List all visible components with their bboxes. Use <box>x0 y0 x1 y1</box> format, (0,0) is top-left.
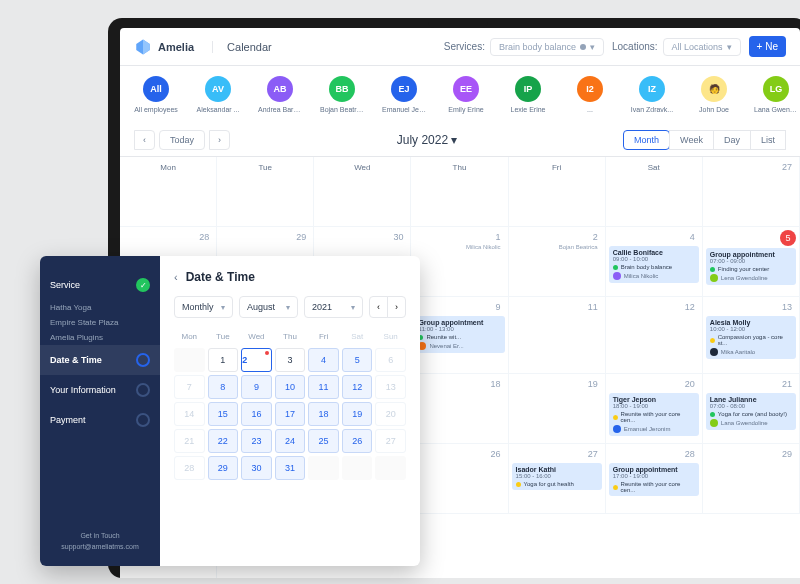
booking-panel: ‹ Date & Time Monthly▾ August▾ 2021▾ ‹ ›… <box>160 256 420 566</box>
event-card[interactable]: Lane Julianne 07:00 - 08:00 Yoga for cor… <box>706 393 796 430</box>
event-card[interactable]: Group appointment 17:00 - 19:00 Reunite … <box>609 463 699 496</box>
mini-cal-day[interactable]: 29 <box>208 456 239 480</box>
day-number: 27 <box>706 160 796 174</box>
calendar-cell[interactable]: 4 Callie Boniface 09:00 - 10:00 Brain bo… <box>606 227 703 297</box>
employee-chip[interactable]: EJEmanuel Jeronim <box>382 76 426 114</box>
mini-cal-day[interactable]: 12 <box>342 375 373 399</box>
mini-cal-head: Sun <box>375 328 406 345</box>
mini-cal-day[interactable]: 3 <box>275 348 306 372</box>
mini-cal-day[interactable]: 9 <box>241 375 272 399</box>
current-month-label[interactable]: July 2022 ▾ <box>397 133 458 147</box>
mini-cal-day[interactable]: 8 <box>208 375 239 399</box>
employee-chip[interactable]: AllAll employees <box>134 76 178 114</box>
employee-chip[interactable]: I2... <box>568 76 612 114</box>
view-week[interactable]: Week <box>669 130 714 150</box>
calendar-cell[interactable]: 9 Group appointment 11:00 - 13:00 Reunit… <box>411 297 508 374</box>
day-number: 5 <box>780 230 796 246</box>
mini-cal-day[interactable]: 25 <box>308 429 339 453</box>
calendar-cell[interactable]: 27 <box>703 157 800 227</box>
employee-chip[interactable]: 🧑John Doe <box>692 76 736 114</box>
mini-cal-day[interactable]: 30 <box>241 456 272 480</box>
mini-cal-day[interactable]: 17 <box>275 402 306 426</box>
back-icon[interactable]: ‹ <box>174 271 178 283</box>
next-button[interactable]: › <box>209 130 230 150</box>
event-card[interactable]: Tiger Jepson 18:00 - 19:00 Reunite with … <box>609 393 699 436</box>
mini-cal-day[interactable]: 16 <box>241 402 272 426</box>
calendar-cell[interactable]: 26 <box>411 444 508 514</box>
mini-cal-day[interactable]: 18 <box>308 402 339 426</box>
employee-chip[interactable]: LGLana Gwend... <box>754 76 798 114</box>
day-number: 4 <box>609 230 699 244</box>
calendar-cell[interactable]: 28 Group appointment 17:00 - 19:00 Reuni… <box>606 444 703 514</box>
locations-filter[interactable]: All Locations▾ <box>663 38 741 56</box>
mini-cal-day <box>375 456 406 480</box>
prev-month-button[interactable]: ‹ <box>369 296 388 318</box>
day-number: 18 <box>414 377 504 391</box>
avatar: EE <box>453 76 479 102</box>
mini-cal-day <box>342 456 373 480</box>
calendar-cell[interactable]: 18 <box>411 374 508 444</box>
mini-cal-day[interactable]: 1 <box>208 348 239 372</box>
calendar-cell[interactable]: 12 <box>606 297 703 374</box>
calendar-cell[interactable]: 11 <box>509 297 606 374</box>
calendar-cell[interactable]: 5 Group appointment 07:00 - 09:00 Findin… <box>703 227 800 297</box>
mini-cal-day[interactable]: 22 <box>208 429 239 453</box>
calendar-cell[interactable]: 19 <box>509 374 606 444</box>
next-month-button[interactable]: › <box>387 296 406 318</box>
day-number: 21 <box>706 377 796 391</box>
calendar-cell[interactable]: 27 Isador Kathi 15:00 - 16:00 Yoga for g… <box>509 444 606 514</box>
event-card[interactable]: Group appointment 07:00 - 09:00 Finding … <box>706 248 796 285</box>
employee-chip[interactable]: ABAndrea Barber <box>258 76 302 114</box>
employee-chip[interactable]: IPLexie Erine <box>506 76 550 114</box>
mini-cal-day[interactable]: 10 <box>275 375 306 399</box>
employee-name: Emily Erine <box>444 106 488 114</box>
mini-cal-day[interactable]: 4 <box>308 348 339 372</box>
calendar-cell[interactable]: 2Bojan Beatrica <box>509 227 606 297</box>
employee-chip[interactable]: EEEmily Erine <box>444 76 488 114</box>
calendar-cell[interactable]: 1Milica Nikolic <box>411 227 508 297</box>
employee-chip[interactable]: IZIvan Zdravk... <box>630 76 674 114</box>
new-button[interactable]: + Ne <box>749 36 786 57</box>
mini-cal-day[interactable]: 5 <box>342 348 373 372</box>
employee-name: John Doe <box>692 106 736 114</box>
mini-cal-day[interactable]: 15 <box>208 402 239 426</box>
step-payment[interactable]: Payment <box>50 405 150 435</box>
mini-cal-day[interactable]: 2 <box>241 348 272 372</box>
calendar-cell[interactable]: 13 Alesia Molly 10:00 - 12:00 Compassion… <box>703 297 800 374</box>
mini-cal-day[interactable]: 19 <box>342 402 373 426</box>
year-select[interactable]: 2021▾ <box>304 296 363 318</box>
calendar-cell[interactable]: 21 Lane Julianne 07:00 - 08:00 Yoga for … <box>703 374 800 444</box>
mini-cal-day: 20 <box>375 402 406 426</box>
event-card[interactable]: Alesia Molly 10:00 - 12:00 Compassion yo… <box>706 316 796 359</box>
mini-cal-day[interactable]: 11 <box>308 375 339 399</box>
step-service[interactable]: Service <box>50 270 150 300</box>
mini-cal-day: 14 <box>174 402 205 426</box>
calendar-cell[interactable]: 29 <box>703 444 800 514</box>
event-card[interactable]: Group appointment 11:00 - 13:00 Reunite … <box>414 316 504 353</box>
view-list[interactable]: List <box>750 130 786 150</box>
step-datetime[interactable]: Date & Time <box>40 345 160 375</box>
prev-button[interactable]: ‹ <box>134 130 155 150</box>
event-card[interactable]: Callie Boniface 09:00 - 10:00 Brain body… <box>609 246 699 283</box>
calendar-cell[interactable]: 20 Tiger Jepson 18:00 - 19:00 Reunite wi… <box>606 374 703 444</box>
mini-cal-day[interactable]: 24 <box>275 429 306 453</box>
employee-chip[interactable]: AVAleksandar ... <box>196 76 240 114</box>
avatar: BB <box>329 76 355 102</box>
nav-group: ‹ <box>134 130 155 150</box>
brand-name: Amelia <box>158 41 194 53</box>
view-month[interactable]: Month <box>623 130 670 150</box>
services-filter[interactable]: Brain body balance▾ <box>490 38 604 56</box>
step-information[interactable]: Your Information <box>50 375 150 405</box>
recurrence-select[interactable]: Monthly▾ <box>174 296 233 318</box>
month-select[interactable]: August▾ <box>239 296 298 318</box>
employee-name: Aleksandar ... <box>196 106 240 114</box>
employee-filter-row: AllAll employeesAVAleksandar ...ABAndrea… <box>120 66 800 124</box>
view-day[interactable]: Day <box>713 130 751 150</box>
event-card[interactable]: Isador Kathi 15:00 - 16:00 Yoga for gut … <box>512 463 602 490</box>
mini-cal-day[interactable]: 26 <box>342 429 373 453</box>
mini-cal-day[interactable]: 31 <box>275 456 306 480</box>
avatar: AV <box>205 76 231 102</box>
employee-chip[interactable]: BBBojan Beatrice <box>320 76 364 114</box>
today-button[interactable]: Today <box>159 130 205 150</box>
mini-cal-day[interactable]: 23 <box>241 429 272 453</box>
